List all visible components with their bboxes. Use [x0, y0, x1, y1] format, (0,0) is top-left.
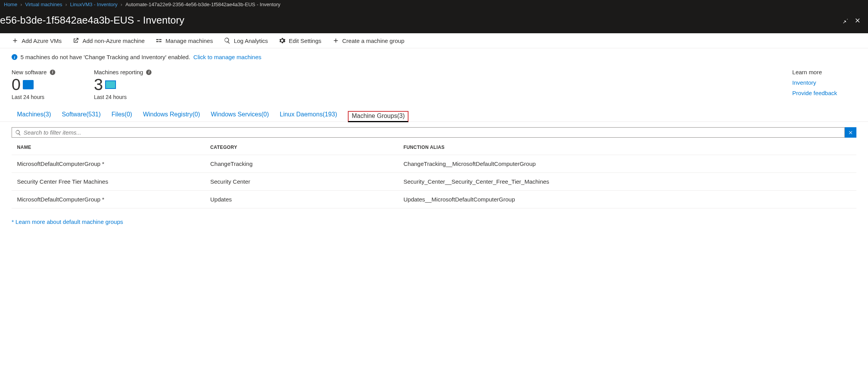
gear-icon — [279, 37, 286, 44]
add-azure-label: Add Azure VMs — [22, 38, 61, 44]
search-input[interactable] — [24, 129, 841, 136]
cell-category: Security Center — [210, 178, 403, 185]
search-icon — [15, 130, 21, 136]
stat-machines-reporting-sub: Last 24 hours — [94, 94, 152, 100]
table-row[interactable]: MicrosoftDefaultComputerGroup * ChangeTr… — [12, 155, 856, 172]
machines-icon — [155, 37, 162, 44]
banner-text: 5 machines do not have 'Change Tracking … — [20, 54, 190, 60]
external-icon — [72, 37, 79, 44]
tabs: Machines(3) Software(531) Files(0) Windo… — [0, 100, 868, 122]
cell-category: ChangeTracking — [210, 160, 403, 167]
th-category[interactable]: CATEGORY — [210, 145, 403, 150]
pin-icon[interactable] — [842, 17, 849, 24]
manage-machines-label: Manage machines — [165, 38, 213, 44]
chevron-right-icon: › — [65, 2, 67, 7]
create-machine-group-button[interactable]: Create a machine group — [332, 37, 405, 44]
table-row[interactable]: MicrosoftDefaultComputerGroup * Updates … — [12, 190, 856, 208]
search-icon — [224, 37, 231, 44]
stat-new-software-value: 0 — [12, 75, 20, 94]
table-row[interactable]: Security Center Free Tier Machines Secur… — [12, 172, 856, 190]
info-banner: i 5 machines do not have 'Change Trackin… — [0, 48, 868, 66]
package-icon — [23, 80, 34, 89]
breadcrumb-linuxvm3[interactable]: LinuxVM3 - Inventory — [70, 2, 117, 7]
close-icon[interactable] — [854, 17, 861, 24]
x-icon — [848, 130, 853, 135]
info-icon: i — [12, 54, 17, 60]
cell-alias: Security_Center__Security_Center_Free_Ti… — [403, 178, 851, 185]
stat-new-software-label: New software — [12, 69, 47, 75]
stats-row: New software i 0 Last 24 hours Machines … — [0, 66, 868, 100]
tab-files[interactable]: Files(0) — [112, 111, 132, 121]
search-row — [0, 122, 868, 138]
tab-registry[interactable]: Windows Registry(0) — [143, 111, 200, 121]
breadcrumb: Home › Virtual machines › LinuxVM3 - Inv… — [0, 0, 868, 9]
chevron-right-icon: › — [20, 2, 22, 7]
tab-machine-groups[interactable]: Machine Groups(3) — [348, 111, 408, 122]
stat-machines-reporting: Machines reporting i 3 Last 24 hours — [94, 69, 152, 100]
stat-new-software: New software i 0 Last 24 hours — [12, 69, 55, 100]
tab-daemons[interactable]: Linux Daemons(193) — [280, 111, 337, 121]
add-non-azure-label: Add non-Azure machine — [82, 38, 145, 44]
cell-alias: Updates__MicrosoftDefaultComputerGroup — [403, 196, 851, 203]
default-groups-link[interactable]: * Learn more about default machine group… — [12, 218, 123, 225]
monitor-icon — [105, 80, 116, 89]
plus-icon — [332, 37, 339, 44]
learn-inventory-link[interactable]: Inventory — [792, 79, 837, 86]
create-group-label: Create a machine group — [342, 38, 405, 44]
cell-category: Updates — [210, 196, 403, 203]
tab-machines[interactable]: Machines(3) — [17, 111, 51, 121]
stat-machines-reporting-value: 3 — [94, 75, 103, 94]
search-input-wrap[interactable] — [12, 127, 845, 138]
footer: * Learn more about default machine group… — [0, 208, 868, 235]
stat-new-software-sub: Last 24 hours — [12, 94, 55, 100]
tab-software[interactable]: Software(531) — [62, 111, 101, 121]
page-title: e56-b3de-1f5842ae4a3b-EUS - Inventory — [0, 14, 184, 26]
toolbar: Add Azure VMs Add non-Azure machine Mana… — [0, 33, 868, 48]
machine-groups-table: NAME CATEGORY FUNCTION ALIAS MicrosoftDe… — [0, 138, 868, 208]
banner-link[interactable]: Click to manage machines — [193, 54, 261, 60]
add-non-azure-button[interactable]: Add non-Azure machine — [72, 37, 145, 44]
log-analytics-button[interactable]: Log Analytics — [224, 37, 268, 44]
learn-feedback-link[interactable]: Provide feedback — [792, 90, 837, 96]
learn-more-title: Learn more — [792, 69, 837, 75]
th-name[interactable]: NAME — [17, 145, 210, 150]
cell-name: MicrosoftDefaultComputerGroup * — [17, 160, 210, 167]
stat-machines-reporting-label: Machines reporting — [94, 69, 143, 75]
table-header: NAME CATEGORY FUNCTION ALIAS — [12, 138, 856, 155]
cell-alias: ChangeTracking__MicrosoftDefaultComputer… — [403, 160, 851, 167]
info-icon[interactable]: i — [50, 70, 55, 75]
edit-settings-label: Edit Settings — [289, 38, 321, 44]
chevron-right-icon: › — [121, 2, 122, 7]
cell-name: MicrosoftDefaultComputerGroup * — [17, 196, 210, 203]
learn-more-block: Learn more Inventory Provide feedback — [792, 69, 856, 100]
manage-machines-button[interactable]: Manage machines — [155, 37, 213, 44]
log-analytics-label: Log Analytics — [234, 38, 268, 44]
page-header: e56-b3de-1f5842ae4a3b-EUS - Inventory — [0, 9, 868, 33]
breadcrumb-current: Automate-147a22e9-2356-4e56-b3de-1f5842a… — [125, 2, 280, 7]
tab-services[interactable]: Windows Services(0) — [211, 111, 269, 121]
plus-icon — [12, 37, 19, 44]
edit-settings-button[interactable]: Edit Settings — [279, 37, 321, 44]
breadcrumb-home[interactable]: Home — [4, 2, 17, 7]
clear-search-button[interactable] — [845, 127, 856, 138]
info-icon[interactable]: i — [146, 70, 151, 75]
add-azure-vms-button[interactable]: Add Azure VMs — [12, 37, 61, 44]
breadcrumb-vms[interactable]: Virtual machines — [25, 2, 62, 7]
cell-name: Security Center Free Tier Machines — [17, 178, 210, 185]
th-function-alias[interactable]: FUNCTION ALIAS — [403, 145, 851, 150]
